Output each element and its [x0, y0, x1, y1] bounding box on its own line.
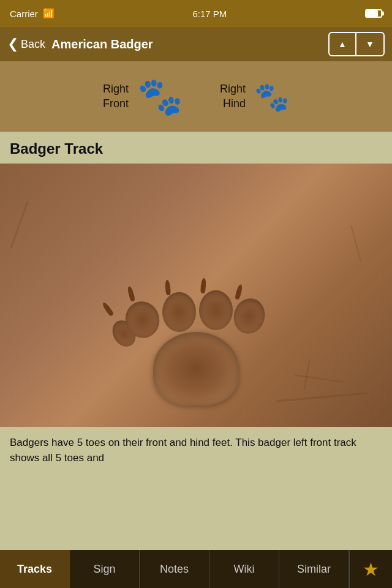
paw-section: Right Front 🐾 Right Hind 🐾 — [0, 61, 392, 132]
track-title: Badger Track — [10, 140, 382, 157]
toe-pad-2 — [162, 292, 196, 332]
status-left: Carrier 📶 — [10, 8, 55, 19]
track-background — [0, 164, 392, 427]
right-hind-label: Right Hind — [220, 82, 246, 111]
tab-notes[interactable]: Notes — [140, 550, 209, 588]
right-front-label: Right Front — [103, 82, 129, 111]
back-chevron-icon: ❮ — [7, 37, 18, 51]
track-photo — [0, 164, 392, 427]
claw-mark-1 — [127, 285, 135, 301]
nav-title: American Badger — [51, 37, 322, 51]
status-right — [365, 9, 382, 18]
description-text: Badgers have 5 toes on their front and h… — [10, 435, 382, 466]
mud-line-5 — [294, 374, 342, 382]
status-bar: Carrier 📶 6:17 PM — [0, 0, 392, 27]
mud-line-1 — [10, 202, 28, 248]
right-front-paw-icon: 🐾 — [137, 78, 183, 115]
star-icon: ★ — [363, 559, 379, 580]
up-arrow-icon: ▲ — [338, 39, 347, 49]
right-hind-item: Right Hind 🐾 — [220, 82, 289, 111]
nav-bar: ❮ Back American Badger ▲ ▼ — [0, 27, 392, 61]
back-button[interactable]: ❮ Back — [7, 38, 45, 51]
nav-arrows: ▲ ▼ — [328, 32, 385, 56]
down-arrow-icon: ▼ — [366, 39, 374, 49]
toe-pad-4 — [230, 295, 268, 337]
description-section: Badgers have 5 toes on their front and h… — [0, 427, 392, 476]
claw-mark-5 — [102, 301, 115, 317]
time-label: 6:17 PM — [192, 9, 227, 19]
carrier-label: Carrier — [10, 9, 38, 19]
claw-mark-4 — [235, 284, 243, 300]
nav-up-button[interactable]: ▲ — [330, 33, 356, 55]
tab-bar: Tracks Sign Notes Wiki Similar ★ — [0, 550, 392, 588]
battery-icon — [365, 9, 382, 18]
tab-sign[interactable]: Sign — [70, 550, 140, 588]
back-label: Back — [21, 38, 45, 51]
track-title-section: Badger Track — [0, 132, 392, 164]
nav-down-button[interactable]: ▼ — [356, 33, 383, 55]
right-hind-paw-icon: 🐾 — [254, 83, 289, 111]
mud-line-2 — [350, 225, 361, 261]
right-front-item: Right Front 🐾 — [103, 78, 183, 115]
claw-mark-3 — [200, 278, 206, 294]
tab-favorite[interactable]: ★ — [349, 550, 392, 588]
tab-similar[interactable]: Similar — [279, 550, 349, 588]
mud-line-4 — [276, 392, 368, 402]
tab-wiki[interactable]: Wiki — [209, 550, 279, 588]
toe-pad-3 — [199, 290, 233, 330]
mud-line-3 — [304, 360, 311, 390]
wifi-icon: 📶 — [43, 8, 55, 19]
battery-fill — [366, 10, 378, 17]
claw-mark-2 — [165, 280, 171, 296]
palm-pad — [153, 332, 239, 405]
tab-tracks[interactable]: Tracks — [0, 550, 70, 588]
